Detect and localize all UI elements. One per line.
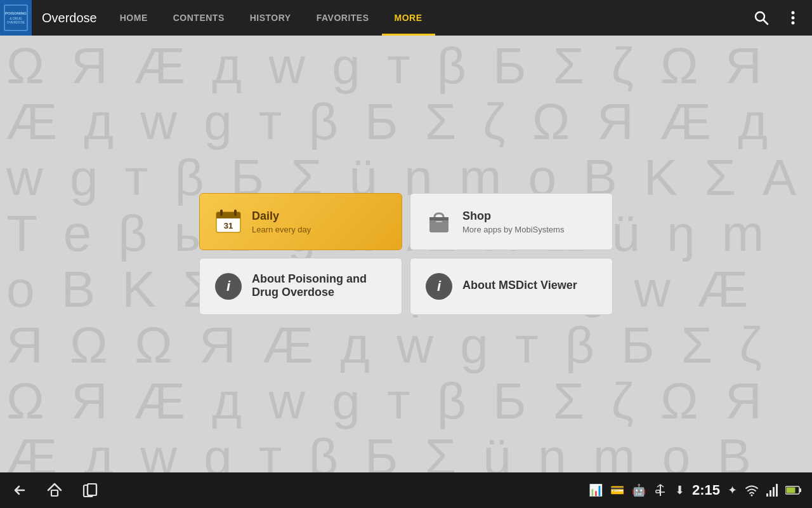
nav-tabs: HOME CONTENTS HISTORY FAVORITES MORE [107, 0, 742, 36]
daily-title: Daily [252, 210, 311, 223]
download-icon: ⬇ [675, 483, 684, 497]
main-content: 31 Daily Learn every day Shop More apps [0, 36, 812, 472]
cards-grid: 31 Daily Learn every day Shop More apps [199, 193, 613, 315]
wifi-icon [745, 483, 759, 497]
svg-rect-24 [766, 493, 768, 497]
tab-home[interactable]: HOME [107, 0, 160, 36]
tab-favorites[interactable]: FAVORITES [304, 0, 382, 36]
back-icon[interactable] [10, 481, 28, 499]
app-icon-inner: POISONING & DRUG OVERDOSE [4, 4, 28, 31]
svg-point-23 [751, 495, 753, 497]
svg-rect-7 [216, 217, 240, 218]
tab-contents[interactable]: CONTENTS [160, 0, 237, 36]
about-app-card[interactable]: i About Poisoning and Drug Overdose [199, 258, 402, 315]
tab-history[interactable]: HISTORY [237, 0, 304, 36]
info-icon-2: i [426, 273, 452, 300]
daily-subtitle: Learn every day [252, 225, 311, 234]
svg-rect-29 [787, 488, 796, 493]
daily-card[interactable]: 31 Daily Learn every day [199, 193, 402, 250]
about-viewer-card[interactable]: i About MSDict Viewer [410, 258, 613, 315]
bottombar: 📊 💳 🤖 ⬇ 2:15 ✦ [0, 472, 812, 508]
battery-apps-icon: 📊 [589, 483, 603, 497]
bottom-nav-icons [10, 481, 99, 499]
svg-rect-26 [773, 487, 775, 497]
app-title: Overdose [32, 11, 107, 25]
shop-card[interactable]: Shop More apps by MobiSystems [410, 193, 613, 250]
svg-rect-16 [88, 484, 96, 495]
home-icon[interactable] [46, 481, 63, 499]
shop-card-text: Shop More apps by MobiSystems [462, 210, 564, 234]
topbar: POISONING & DRUG OVERDOSE Overdose HOME … [0, 0, 812, 36]
svg-rect-8 [220, 210, 223, 216]
app-icon: POISONING & DRUG OVERDOSE [0, 0, 32, 36]
svg-text:31: 31 [224, 221, 233, 231]
recents-icon[interactable] [81, 481, 99, 499]
battery-icon [785, 485, 802, 495]
svg-rect-21 [656, 490, 660, 493]
bluetooth-icon: ✦ [728, 483, 737, 497]
bottom-status-icons: 📊 💳 🤖 ⬇ 2:15 ✦ [589, 482, 802, 498]
svg-rect-14 [51, 490, 58, 496]
svg-rect-27 [776, 484, 778, 497]
sd-card-icon: 💳 [610, 483, 624, 497]
about-app-text: About Poisoning and Drug Overdose [252, 272, 386, 301]
about-viewer-title: About MSDict Viewer [462, 279, 577, 292]
android-icon: 🤖 [632, 483, 646, 497]
info-icon-1: i [215, 273, 242, 300]
shop-title: Shop [462, 210, 564, 223]
clock-display: 2:15 [692, 482, 720, 498]
about-app-title: About Poisoning and Drug Overdose [252, 272, 386, 299]
svg-point-4 [792, 22, 795, 25]
svg-rect-13 [436, 221, 442, 222]
signal-icon [766, 483, 778, 497]
svg-rect-30 [799, 488, 801, 492]
search-icon[interactable] [749, 5, 774, 30]
about-viewer-text: About MSDict Viewer [462, 279, 577, 294]
more-options-icon[interactable] [780, 5, 806, 30]
tab-more[interactable]: MORE [382, 0, 435, 36]
svg-rect-12 [429, 217, 449, 220]
svg-rect-25 [769, 490, 771, 497]
nav-right-icons [742, 5, 812, 30]
svg-point-2 [792, 11, 795, 15]
shop-icon [426, 208, 452, 235]
svg-rect-9 [234, 210, 237, 216]
daily-card-text: Daily Learn every day [252, 210, 311, 234]
calendar-icon: 31 [215, 208, 242, 235]
shop-subtitle: More apps by MobiSystems [462, 225, 564, 234]
svg-point-3 [792, 17, 795, 20]
svg-line-1 [764, 20, 768, 25]
usb-icon [653, 483, 667, 497]
